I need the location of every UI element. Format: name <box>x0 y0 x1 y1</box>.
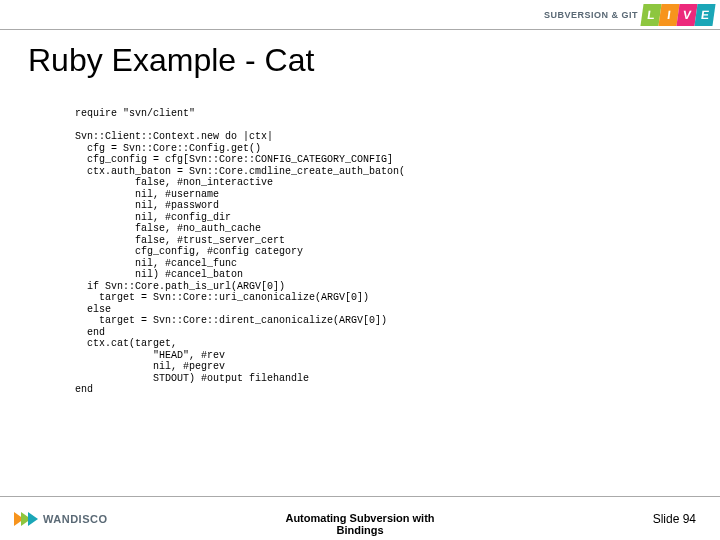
brand-text: SUBVERSION & GIT <box>544 10 638 20</box>
footer-left: WANDISCO <box>14 512 108 526</box>
footer-title-line1: Automating Subversion with <box>285 512 434 524</box>
chevron-icon <box>28 512 38 526</box>
footer-bar: WANDISCO Automating Subversion with Bind… <box>0 496 720 540</box>
live-letter: E <box>694 4 715 26</box>
top-bar: SUBVERSION & GIT L I V E <box>0 0 720 30</box>
live-badge: L I V E <box>642 4 714 26</box>
wandisco-text: WANDISCO <box>43 513 108 525</box>
footer-title-line2: Bindings <box>285 524 434 536</box>
slide-number: Slide 94 <box>653 512 696 526</box>
wandisco-icon <box>14 512 35 526</box>
code-block: require "svn/client" Svn::Client::Contex… <box>75 108 680 468</box>
slide-title: Ruby Example - Cat <box>28 42 314 79</box>
footer-title: Automating Subversion with Bindings <box>285 512 434 536</box>
